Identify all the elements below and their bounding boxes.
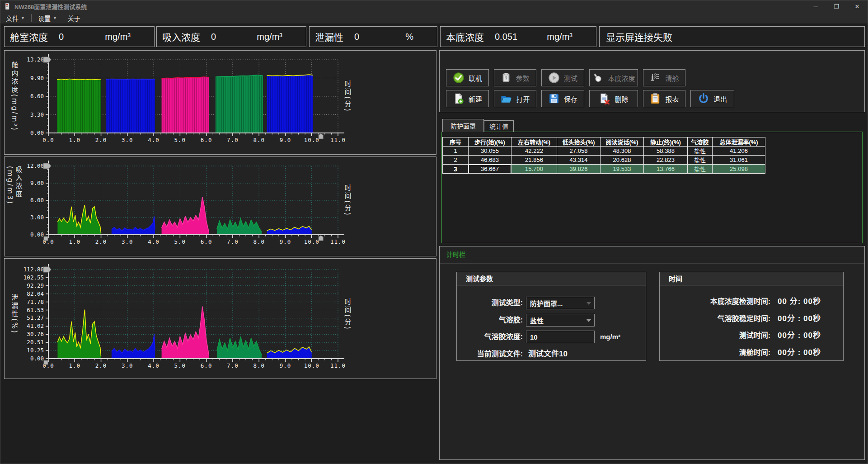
svg-text:6.0: 6.0 xyxy=(201,137,212,143)
svg-text:82.04: 82.04 xyxy=(27,290,44,297)
svg-text:4.0: 4.0 xyxy=(148,362,160,369)
svg-text:9.00: 9.00 xyxy=(30,180,44,186)
menu-item-2[interactable]: 关于 xyxy=(62,12,86,24)
table-row[interactable]: 336.66715.70039.82619.53313.766盐性25.098 xyxy=(443,165,765,174)
table-cell[interactable]: 25.098 xyxy=(713,165,765,174)
table-row[interactable]: 130.05542.22227.05848.30858.388盐性41.206 xyxy=(443,147,765,156)
svg-text:8.0: 8.0 xyxy=(253,137,265,143)
clipboard-question-icon: ? xyxy=(501,72,511,83)
toolbar-button-打开[interactable]: 打开 xyxy=(494,90,536,107)
table-cell[interactable]: 43.314 xyxy=(557,156,601,165)
tab-统计值[interactable]: 统计值 xyxy=(484,120,514,132)
svg-text:71.78: 71.78 xyxy=(27,298,44,305)
svg-text:112.80: 112.80 xyxy=(23,266,44,273)
menu-item-1[interactable]: 设置▼ xyxy=(33,12,62,24)
status-card-unit: % xyxy=(405,32,413,42)
table-cell[interactable]: 22.823 xyxy=(644,156,688,165)
chart-panel-leakage: 112.80102.5592.2982.0471.7861.5351.2741.… xyxy=(4,258,436,379)
aerosol-concentration-input[interactable]: 10 xyxy=(526,331,595,343)
table-cell[interactable]: 31.061 xyxy=(713,156,765,165)
table-cell[interactable]: 13.766 xyxy=(644,165,688,174)
table-cell[interactable]: 42.222 xyxy=(511,147,557,156)
tab-label: 统计值 xyxy=(489,122,508,131)
time-box-title: 时间 xyxy=(660,272,843,286)
close-button[interactable]: ✕ xyxy=(847,0,868,12)
toolbar-button-保存[interactable]: 保存 xyxy=(541,90,584,107)
table-cell[interactable]: 39.826 xyxy=(557,165,601,174)
table-cell[interactable]: 27.058 xyxy=(557,147,601,156)
time-row-label-1: 气溶胶稳定时间: xyxy=(664,312,770,325)
chart-y-axis-label: 泄漏性(%) xyxy=(9,270,20,359)
toolbar-button-清舱[interactable]: 清舱 xyxy=(643,69,685,86)
table-row[interactable]: 246.68321.85643.31420.62822.823盐性31.061 xyxy=(443,156,765,165)
chart-segment-phase-1 xyxy=(57,205,101,235)
table-cell[interactable]: 36.667 xyxy=(469,165,511,174)
table-header-cell: 序号 xyxy=(443,137,469,147)
param-select-0[interactable]: 防护面罩... xyxy=(526,297,595,309)
x-axis-origin-marker[interactable] xyxy=(44,360,48,365)
table-cell[interactable]: 30.055 xyxy=(469,147,511,156)
y-axis-top-marker[interactable] xyxy=(43,267,51,272)
toolbar-button-删除[interactable]: 删除 xyxy=(589,90,638,107)
toolbar-button-退出[interactable]: 退出 xyxy=(690,90,734,107)
toolbar-button-参数[interactable]: ?参数 xyxy=(494,69,536,86)
minimize-button[interactable]: ─ xyxy=(805,0,826,12)
svg-text:8.0: 8.0 xyxy=(253,362,265,369)
status-card-label: 泄漏性 xyxy=(315,30,343,43)
results-table: 序号步行(始)(%)左右转动(%)低头抬头(%)阅读说话(%)静止(终)(%)气… xyxy=(442,137,765,174)
toolbar-button-联机[interactable]: 联机 xyxy=(446,69,489,86)
table-header-cell: 总体泄漏率(%) xyxy=(713,137,765,147)
time-row-label-2: 测试时间: xyxy=(664,329,770,342)
table-cell[interactable]: 20.628 xyxy=(601,156,644,165)
toolbar-button-测试[interactable]: 测试 xyxy=(541,69,584,86)
status-card-value: 0.051 xyxy=(495,32,517,42)
table-cell[interactable]: 58.388 xyxy=(644,147,688,156)
delete-file-icon xyxy=(599,93,610,104)
y-axis-top-marker[interactable] xyxy=(43,163,51,169)
menu-item-label: 文件 xyxy=(6,14,19,23)
maximize-button[interactable]: ❐ xyxy=(826,0,847,12)
y-axis-top-marker[interactable] xyxy=(43,57,51,62)
table-cell[interactable]: 48.308 xyxy=(601,147,644,156)
toolbar-button-label: 联机 xyxy=(469,73,482,83)
table-cell[interactable]: 1 xyxy=(443,147,469,156)
table-header-cell: 气溶胶 xyxy=(688,137,713,147)
table-cell[interactable]: 41.206 xyxy=(713,147,765,156)
toolbar-button-本底浓度[interactable]: 本底浓度 xyxy=(589,69,638,86)
svg-text:2.0: 2.0 xyxy=(95,362,107,369)
svg-text:92.29: 92.29 xyxy=(27,282,44,289)
fan-clean-icon xyxy=(649,72,661,84)
svg-text:1.0: 1.0 xyxy=(69,137,80,143)
toolbar-button-报表[interactable]: 报表 xyxy=(643,90,685,107)
table-cell[interactable]: 19.533 xyxy=(601,165,644,174)
table-cell[interactable]: 盐性 xyxy=(688,156,713,165)
table-header-cell: 阅读说话(%) xyxy=(601,137,644,147)
toolbar-button-label: 新建 xyxy=(469,94,482,104)
table-cell[interactable]: 3 xyxy=(443,165,469,174)
svg-text:5.0: 5.0 xyxy=(174,137,186,143)
toolbar-button-label: 保存 xyxy=(564,94,577,104)
chart-segment-phase-4 xyxy=(217,219,262,235)
svg-text:3.0: 3.0 xyxy=(122,137,133,143)
toolbar-button-新建[interactable]: 新建 xyxy=(446,90,489,107)
svg-text:11.0: 11.0 xyxy=(330,137,346,143)
chart-right-axis-label: 时间(分) xyxy=(342,60,353,133)
menu-item-0[interactable]: 文件▼ xyxy=(0,12,30,24)
play-circle-icon xyxy=(548,72,560,84)
tab-防护面罩[interactable]: 防护面罩 xyxy=(442,119,484,132)
table-cell[interactable]: 21.856 xyxy=(511,156,557,165)
table-cell[interactable]: 15.700 xyxy=(511,165,557,174)
table-cell[interactable]: 46.683 xyxy=(469,156,511,165)
chart-cursor-marker[interactable] xyxy=(319,236,323,241)
table-cell[interactable]: 2 xyxy=(443,156,469,165)
svg-text:6.60: 6.60 xyxy=(30,93,44,99)
svg-text:1.0: 1.0 xyxy=(69,362,80,369)
toolbar-button-label: 退出 xyxy=(713,94,727,104)
x-axis-origin-marker[interactable] xyxy=(44,237,48,241)
chart-panel-inhaled-concentration: 12.009.006.003.000.000.01.02.03.04.05.06… xyxy=(4,156,436,256)
param-select-1[interactable]: 盐性 xyxy=(526,314,595,327)
table-cell[interactable]: 盐性 xyxy=(688,147,713,156)
table-cell[interactable]: 盐性 xyxy=(688,165,713,174)
test-params-title: 测试参数 xyxy=(457,272,646,286)
chart-cursor-marker[interactable] xyxy=(319,134,323,139)
